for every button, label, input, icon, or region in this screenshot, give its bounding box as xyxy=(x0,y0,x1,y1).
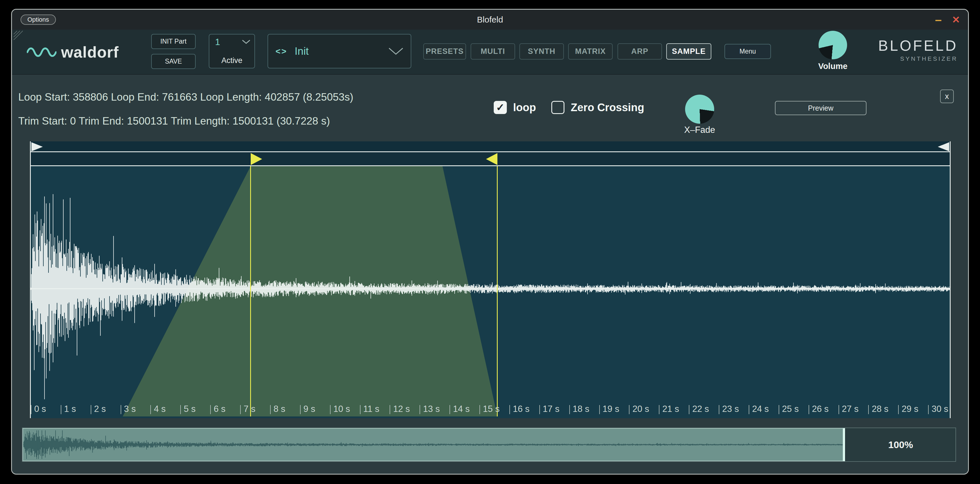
time-label: 0 s xyxy=(34,404,46,414)
time-tick xyxy=(479,405,480,414)
wave-logo-icon xyxy=(27,46,56,59)
time-tick xyxy=(569,405,570,414)
time-tick xyxy=(210,405,211,414)
sample-editor-panel: Loop Start: 358806 Loop End: 761663 Loop… xyxy=(12,75,968,474)
zoom-level-label: 100% xyxy=(888,439,913,451)
waveform-area[interactable]: 0 s1 s2 s3 s4 s5 s6 s7 s8 s9 s10 s11 s12… xyxy=(31,166,950,416)
chevron-down-icon xyxy=(242,40,250,44)
preset-selector[interactable]: <> Init xyxy=(267,34,411,68)
overview-visible-region[interactable] xyxy=(22,428,843,461)
time-label: 6 s xyxy=(214,404,225,414)
trim-end-marker[interactable] xyxy=(938,142,949,151)
time-tick xyxy=(121,405,121,414)
zero-crossing-checkbox-label: Zero Crossing xyxy=(571,101,644,114)
chevron-down-icon xyxy=(388,48,403,55)
loop-checkbox[interactable]: ✓ xyxy=(494,101,507,114)
time-tick xyxy=(31,405,31,414)
time-tick xyxy=(779,405,779,414)
brand-title: BLOFELD xyxy=(878,37,958,54)
time-label: 2 s xyxy=(94,404,106,414)
time-label: 21 s xyxy=(662,404,679,414)
header: waldorf INIT Part SAVE 1 Active <> Init … xyxy=(12,30,968,75)
trim-start-marker[interactable] xyxy=(31,142,43,151)
nav-tab-matrix[interactable]: MATRIX xyxy=(568,43,612,60)
nav-tab-sample[interactable]: SAMPLE xyxy=(666,43,711,60)
loop-end-marker[interactable] xyxy=(486,153,497,165)
time-tick xyxy=(928,405,929,414)
time-tick xyxy=(898,405,899,414)
volume-knob[interactable] xyxy=(819,31,847,59)
zero-crossing-checkbox[interactable]: ✓ xyxy=(551,101,565,114)
nav-tab-multi[interactable]: MULTI xyxy=(471,43,515,60)
time-label: 14 s xyxy=(453,404,470,414)
brand-subtitle: SYNTHESIZER xyxy=(878,55,958,62)
nav-tab-synth[interactable]: SYNTH xyxy=(519,43,564,60)
menu-button[interactable]: Menu xyxy=(724,44,771,59)
time-tick xyxy=(838,405,839,414)
waveform-svg xyxy=(31,166,950,416)
time-label: 18 s xyxy=(573,404,590,414)
waldorf-logo-text: waldorf xyxy=(61,43,119,61)
time-label: 15 s xyxy=(483,404,500,414)
loop-start-marker[interactable] xyxy=(251,153,262,165)
time-label: 13 s xyxy=(423,404,440,414)
time-label: 19 s xyxy=(603,404,619,414)
time-label: 1 s xyxy=(64,404,76,414)
time-axis: 0 s1 s2 s3 s4 s5 s6 s7 s8 s9 s10 s11 s12… xyxy=(31,399,950,416)
time-label: 23 s xyxy=(722,404,739,414)
xfade-knob[interactable] xyxy=(685,95,714,124)
xfade-label: X–Fade xyxy=(676,125,723,135)
zoom-level-region: 100% xyxy=(846,428,956,461)
overview-waveform-svg xyxy=(23,429,843,461)
time-tick xyxy=(390,405,390,414)
preset-name: Init xyxy=(294,45,309,57)
loop-checkbox-label: loop xyxy=(513,101,536,114)
time-label: 25 s xyxy=(782,404,799,414)
time-tick xyxy=(150,405,151,414)
waveform-display: 0 s1 s2 s3 s4 s5 s6 s7 s8 s9 s10 s11 s12… xyxy=(30,141,951,418)
overview-scrollbar[interactable]: 100% xyxy=(22,428,956,462)
time-label: 26 s xyxy=(812,404,829,414)
prev-next-icon: <> xyxy=(275,46,287,56)
options-button[interactable]: Options xyxy=(21,14,56,25)
minimize-button[interactable]: – xyxy=(935,14,942,25)
init-part-button[interactable]: INIT Part xyxy=(151,34,196,49)
time-tick xyxy=(599,405,600,414)
titlebar: Options Blofeld – ✕ xyxy=(12,10,968,30)
time-tick xyxy=(61,405,61,414)
time-label: 8 s xyxy=(274,404,285,414)
editor-close-button[interactable]: x xyxy=(940,89,954,103)
time-label: 16 s xyxy=(513,404,530,414)
time-label: 30 s xyxy=(932,404,948,414)
loop-end-line xyxy=(497,166,498,416)
time-label: 3 s xyxy=(124,404,136,414)
time-label: 29 s xyxy=(902,404,918,414)
time-tick xyxy=(300,405,301,414)
check-icon: ✓ xyxy=(495,102,506,113)
time-tick xyxy=(539,405,540,414)
time-tick xyxy=(270,405,270,414)
time-tick xyxy=(719,405,719,414)
loop-info-text: Loop Start: 358806 Loop End: 761663 Loop… xyxy=(18,91,353,103)
time-tick xyxy=(91,405,91,414)
loop-marker-row xyxy=(31,152,950,166)
close-button[interactable]: ✕ xyxy=(952,15,960,24)
part-active-label: Active xyxy=(209,56,255,65)
time-label: 28 s xyxy=(872,404,888,414)
blofeld-brand-logo: BLOFELD SYNTHESIZER xyxy=(878,37,958,62)
preview-button[interactable]: Preview xyxy=(775,101,867,115)
part-selector[interactable]: 1 Active xyxy=(209,34,255,68)
nav-tab-presets[interactable]: PRESETS xyxy=(423,43,466,60)
save-button[interactable]: SAVE xyxy=(151,54,196,69)
part-selector-value: 1 xyxy=(215,37,220,47)
nav-tab-arp[interactable]: ARP xyxy=(617,43,662,60)
time-label: 27 s xyxy=(842,404,859,414)
time-label: 10 s xyxy=(333,404,350,414)
trim-marker-row xyxy=(31,141,950,152)
loop-start-line xyxy=(250,166,251,416)
time-tick xyxy=(330,405,331,414)
time-tick xyxy=(749,405,749,414)
time-tick xyxy=(180,405,181,414)
time-tick xyxy=(420,405,420,414)
overview-drag-handle[interactable] xyxy=(843,428,845,461)
